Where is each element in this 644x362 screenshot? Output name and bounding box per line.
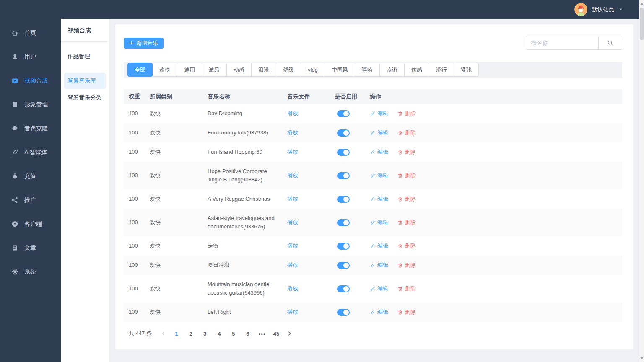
column-header: 权重 <box>124 93 145 101</box>
category-tab[interactable]: vlog <box>301 63 325 77</box>
page-scrollbar[interactable] <box>639 0 644 362</box>
page-number[interactable]: 2 <box>185 328 197 339</box>
delete-button[interactable]: 删除 <box>397 195 416 203</box>
category-tab[interactable]: 流行 <box>429 63 454 77</box>
delete-button[interactable]: 删除 <box>397 109 416 118</box>
play-link[interactable]: 播放 <box>287 129 298 137</box>
play-link[interactable]: 播放 <box>287 148 298 156</box>
delete-button[interactable]: 删除 <box>397 171 416 180</box>
category-tab[interactable]: 诙谐 <box>379 63 405 77</box>
delete-button[interactable]: 删除 <box>397 308 416 316</box>
music-file-cell: 播放 <box>282 195 330 203</box>
trash-icon <box>397 130 403 136</box>
submenu-item-works-manage[interactable]: 作品管理 <box>64 49 106 65</box>
page-number[interactable]: 5 <box>228 328 239 339</box>
search-input[interactable] <box>526 36 598 49</box>
enable-toggle[interactable] <box>337 243 350 250</box>
edit-button[interactable]: 编辑 <box>370 195 388 203</box>
page-number[interactable]: 3 <box>199 328 211 339</box>
category-tab[interactable]: 紧张 <box>454 63 479 77</box>
sidebar-item-label: 音色克隆 <box>24 125 48 132</box>
sidebar-item-users[interactable]: 用户 <box>0 45 61 69</box>
page-number[interactable]: 1 <box>171 328 182 339</box>
edit-button[interactable]: 编辑 <box>370 129 388 137</box>
edit-button[interactable]: 编辑 <box>370 284 388 293</box>
sidebar-item-ai-agent[interactable]: AI智能体 <box>0 140 61 164</box>
edit-button[interactable]: 编辑 <box>370 171 388 180</box>
enable-toggle[interactable] <box>337 285 350 292</box>
enable-toggle[interactable] <box>337 172 350 179</box>
scrollbar-down-arrow[interactable] <box>640 357 644 359</box>
prev-page-button[interactable] <box>158 328 169 339</box>
category-tab[interactable]: 舒缓 <box>276 63 301 77</box>
enable-cell <box>330 309 365 316</box>
edit-button[interactable]: 编辑 <box>370 148 388 156</box>
enable-toggle[interactable] <box>337 219 350 226</box>
edit-button[interactable]: 编辑 <box>370 261 388 269</box>
play-link[interactable]: 播放 <box>287 109 298 118</box>
delete-button[interactable]: 删除 <box>397 284 416 293</box>
submenu-item-bgm-category[interactable]: 背景音乐分类 <box>64 90 106 106</box>
category-tab[interactable]: 伤感 <box>404 63 429 77</box>
category-tab[interactable]: 中国风 <box>325 63 355 77</box>
enable-toggle[interactable] <box>337 309 350 316</box>
delete-button[interactable]: 删除 <box>397 129 416 137</box>
category-tab[interactable]: 欢快 <box>152 63 177 77</box>
play-link[interactable]: 播放 <box>287 242 298 250</box>
play-link[interactable]: 播放 <box>287 308 298 316</box>
sidebar-item-voice-clone[interactable]: 音色克隆 <box>0 116 61 140</box>
delete-button[interactable]: 删除 <box>397 261 416 269</box>
sidebar-item-video-compose[interactable]: 视频合成 <box>0 69 61 93</box>
play-link[interactable]: 播放 <box>287 195 298 203</box>
play-link[interactable]: 播放 <box>287 284 298 293</box>
play-link[interactable]: 播放 <box>287 171 298 180</box>
delete-button[interactable]: 删除 <box>397 218 416 227</box>
play-link[interactable]: 播放 <box>287 218 298 227</box>
category-tab[interactable]: 通用 <box>177 63 202 77</box>
sidebar-item-client[interactable]: 客户端 <box>0 212 61 236</box>
scrollbar-up-arrow[interactable] <box>640 3 644 5</box>
weight-cell: 100 <box>124 261 145 269</box>
sidebar-item-promotion[interactable]: 推广 <box>0 188 61 212</box>
search-button[interactable] <box>598 36 622 49</box>
music-file-cell: 播放 <box>282 171 330 180</box>
enable-toggle[interactable] <box>337 149 350 156</box>
enable-toggle[interactable] <box>337 262 350 269</box>
column-header: 是否启用 <box>330 93 365 101</box>
page-number[interactable]: 4 <box>213 328 225 339</box>
category-tab[interactable]: 动感 <box>226 63 252 77</box>
enable-toggle[interactable] <box>337 110 350 117</box>
edit-button[interactable]: 编辑 <box>370 218 388 227</box>
page-number[interactable]: 45 <box>270 328 282 339</box>
sidebar-item-system[interactable]: 系统 <box>0 260 61 284</box>
sidebar-item-articles[interactable]: 文章 <box>0 236 61 260</box>
submenu-item-label: 背景音乐分类 <box>68 94 101 101</box>
submenu-item-bgm-library[interactable]: 背景音乐库 <box>64 73 106 89</box>
enable-toggle[interactable] <box>337 196 350 203</box>
page-number[interactable]: 6 <box>242 328 254 339</box>
category-tab[interactable]: 嘻哈 <box>355 63 380 77</box>
sidebar-item-label: 客户端 <box>24 220 42 228</box>
category-cell: 欢快 <box>145 308 203 316</box>
scrollbar-thumb[interactable] <box>640 8 644 40</box>
sidebar-item-recharge[interactable]: 充值 <box>0 164 61 188</box>
edit-button[interactable]: 编辑 <box>370 308 388 316</box>
column-header: 音乐文件 <box>282 93 330 101</box>
enable-toggle[interactable] <box>337 129 350 137</box>
add-music-button[interactable]: 新增音乐 <box>124 38 164 49</box>
category-cell: 欢快 <box>145 242 203 250</box>
delete-button[interactable]: 删除 <box>397 242 416 250</box>
site-switcher[interactable]: 默认站点 <box>574 3 623 16</box>
sidebar-item-figure-manage[interactable]: 形象管理 <box>0 93 61 116</box>
play-link[interactable]: 播放 <box>287 261 298 269</box>
edit-button[interactable]: 编辑 <box>370 109 388 118</box>
delete-button[interactable]: 删除 <box>397 148 416 156</box>
edit-button[interactable]: 编辑 <box>370 242 388 250</box>
category-tab[interactable]: 浪漫 <box>251 63 276 77</box>
music-file-cell: 播放 <box>282 242 330 250</box>
category-tab[interactable]: 激昂 <box>202 63 227 77</box>
category-tab[interactable]: 全部 <box>127 63 153 77</box>
page-number[interactable]: ••• <box>256 328 268 339</box>
sidebar-item-home[interactable]: 首页 <box>0 21 61 45</box>
next-page-button[interactable] <box>283 328 295 339</box>
